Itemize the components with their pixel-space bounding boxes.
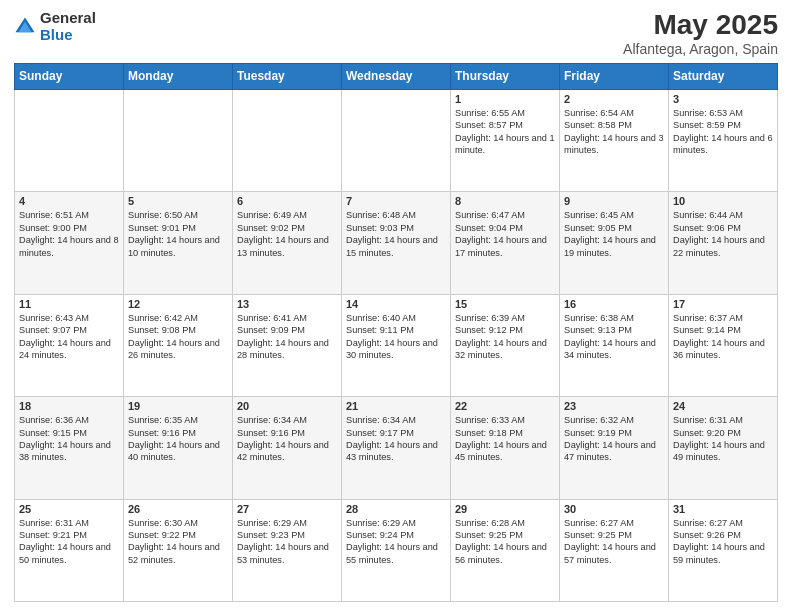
day-num-27: 27 bbox=[237, 503, 337, 515]
col-tuesday: Tuesday bbox=[233, 63, 342, 89]
col-wednesday: Wednesday bbox=[342, 63, 451, 89]
day-num-13: 13 bbox=[237, 298, 337, 310]
day-info-29: Sunrise: 6:28 AM Sunset: 9:25 PM Dayligh… bbox=[455, 517, 555, 567]
day-num-23: 23 bbox=[564, 400, 664, 412]
cell-w4-d5: 22Sunrise: 6:33 AM Sunset: 9:18 PM Dayli… bbox=[451, 397, 560, 499]
day-info-13: Sunrise: 6:41 AM Sunset: 9:09 PM Dayligh… bbox=[237, 312, 337, 362]
cell-w2-d1: 4Sunrise: 6:51 AM Sunset: 9:00 PM Daylig… bbox=[15, 192, 124, 294]
cell-w3-d3: 13Sunrise: 6:41 AM Sunset: 9:09 PM Dayli… bbox=[233, 294, 342, 396]
cell-w5-d4: 28Sunrise: 6:29 AM Sunset: 9:24 PM Dayli… bbox=[342, 499, 451, 601]
week-row-5: 25Sunrise: 6:31 AM Sunset: 9:21 PM Dayli… bbox=[15, 499, 778, 601]
day-num-6: 6 bbox=[237, 195, 337, 207]
day-info-28: Sunrise: 6:29 AM Sunset: 9:24 PM Dayligh… bbox=[346, 517, 446, 567]
day-num-3: 3 bbox=[673, 93, 773, 105]
day-info-24: Sunrise: 6:31 AM Sunset: 9:20 PM Dayligh… bbox=[673, 414, 773, 464]
cell-w2-d6: 9Sunrise: 6:45 AM Sunset: 9:05 PM Daylig… bbox=[560, 192, 669, 294]
logo-blue-label: Blue bbox=[40, 27, 96, 44]
day-info-9: Sunrise: 6:45 AM Sunset: 9:05 PM Dayligh… bbox=[564, 209, 664, 259]
cell-w5-d6: 30Sunrise: 6:27 AM Sunset: 9:25 PM Dayli… bbox=[560, 499, 669, 601]
day-info-19: Sunrise: 6:35 AM Sunset: 9:16 PM Dayligh… bbox=[128, 414, 228, 464]
cell-w1-d4 bbox=[342, 89, 451, 191]
day-info-18: Sunrise: 6:36 AM Sunset: 9:15 PM Dayligh… bbox=[19, 414, 119, 464]
calendar: Sunday Monday Tuesday Wednesday Thursday… bbox=[14, 63, 778, 602]
day-num-25: 25 bbox=[19, 503, 119, 515]
day-num-26: 26 bbox=[128, 503, 228, 515]
cell-w4-d4: 21Sunrise: 6:34 AM Sunset: 9:17 PM Dayli… bbox=[342, 397, 451, 499]
day-info-15: Sunrise: 6:39 AM Sunset: 9:12 PM Dayligh… bbox=[455, 312, 555, 362]
cell-w1-d7: 3Sunrise: 6:53 AM Sunset: 8:59 PM Daylig… bbox=[669, 89, 778, 191]
cell-w5-d2: 26Sunrise: 6:30 AM Sunset: 9:22 PM Dayli… bbox=[124, 499, 233, 601]
day-info-26: Sunrise: 6:30 AM Sunset: 9:22 PM Dayligh… bbox=[128, 517, 228, 567]
logo-text: General Blue bbox=[40, 10, 96, 43]
cell-w2-d7: 10Sunrise: 6:44 AM Sunset: 9:06 PM Dayli… bbox=[669, 192, 778, 294]
cell-w3-d4: 14Sunrise: 6:40 AM Sunset: 9:11 PM Dayli… bbox=[342, 294, 451, 396]
day-num-9: 9 bbox=[564, 195, 664, 207]
cell-w3-d5: 15Sunrise: 6:39 AM Sunset: 9:12 PM Dayli… bbox=[451, 294, 560, 396]
cell-w1-d5: 1Sunrise: 6:55 AM Sunset: 8:57 PM Daylig… bbox=[451, 89, 560, 191]
day-num-12: 12 bbox=[128, 298, 228, 310]
day-info-17: Sunrise: 6:37 AM Sunset: 9:14 PM Dayligh… bbox=[673, 312, 773, 362]
day-info-23: Sunrise: 6:32 AM Sunset: 9:19 PM Dayligh… bbox=[564, 414, 664, 464]
day-info-5: Sunrise: 6:50 AM Sunset: 9:01 PM Dayligh… bbox=[128, 209, 228, 259]
cell-w3-d6: 16Sunrise: 6:38 AM Sunset: 9:13 PM Dayli… bbox=[560, 294, 669, 396]
day-num-29: 29 bbox=[455, 503, 555, 515]
day-info-7: Sunrise: 6:48 AM Sunset: 9:03 PM Dayligh… bbox=[346, 209, 446, 259]
cell-w5-d1: 25Sunrise: 6:31 AM Sunset: 9:21 PM Dayli… bbox=[15, 499, 124, 601]
cell-w4-d7: 24Sunrise: 6:31 AM Sunset: 9:20 PM Dayli… bbox=[669, 397, 778, 499]
cell-w1-d6: 2Sunrise: 6:54 AM Sunset: 8:58 PM Daylig… bbox=[560, 89, 669, 191]
day-info-31: Sunrise: 6:27 AM Sunset: 9:26 PM Dayligh… bbox=[673, 517, 773, 567]
month-title: May 2025 bbox=[623, 10, 778, 41]
cell-w4-d3: 20Sunrise: 6:34 AM Sunset: 9:16 PM Dayli… bbox=[233, 397, 342, 499]
day-num-22: 22 bbox=[455, 400, 555, 412]
day-info-20: Sunrise: 6:34 AM Sunset: 9:16 PM Dayligh… bbox=[237, 414, 337, 464]
week-row-2: 4Sunrise: 6:51 AM Sunset: 9:00 PM Daylig… bbox=[15, 192, 778, 294]
title-block: May 2025 Alfantega, Aragon, Spain bbox=[623, 10, 778, 57]
cell-w1-d3 bbox=[233, 89, 342, 191]
cell-w3-d1: 11Sunrise: 6:43 AM Sunset: 9:07 PM Dayli… bbox=[15, 294, 124, 396]
day-num-21: 21 bbox=[346, 400, 446, 412]
day-info-30: Sunrise: 6:27 AM Sunset: 9:25 PM Dayligh… bbox=[564, 517, 664, 567]
subtitle: Alfantega, Aragon, Spain bbox=[623, 41, 778, 57]
day-num-30: 30 bbox=[564, 503, 664, 515]
calendar-body: 1Sunrise: 6:55 AM Sunset: 8:57 PM Daylig… bbox=[15, 89, 778, 601]
col-thursday: Thursday bbox=[451, 63, 560, 89]
cell-w5-d3: 27Sunrise: 6:29 AM Sunset: 9:23 PM Dayli… bbox=[233, 499, 342, 601]
day-num-4: 4 bbox=[19, 195, 119, 207]
cell-w2-d2: 5Sunrise: 6:50 AM Sunset: 9:01 PM Daylig… bbox=[124, 192, 233, 294]
col-monday: Monday bbox=[124, 63, 233, 89]
day-info-11: Sunrise: 6:43 AM Sunset: 9:07 PM Dayligh… bbox=[19, 312, 119, 362]
logo: General Blue bbox=[14, 10, 96, 43]
day-num-11: 11 bbox=[19, 298, 119, 310]
cell-w1-d2 bbox=[124, 89, 233, 191]
cell-w3-d7: 17Sunrise: 6:37 AM Sunset: 9:14 PM Dayli… bbox=[669, 294, 778, 396]
day-info-8: Sunrise: 6:47 AM Sunset: 9:04 PM Dayligh… bbox=[455, 209, 555, 259]
col-friday: Friday bbox=[560, 63, 669, 89]
day-info-4: Sunrise: 6:51 AM Sunset: 9:00 PM Dayligh… bbox=[19, 209, 119, 259]
day-info-3: Sunrise: 6:53 AM Sunset: 8:59 PM Dayligh… bbox=[673, 107, 773, 157]
day-info-14: Sunrise: 6:40 AM Sunset: 9:11 PM Dayligh… bbox=[346, 312, 446, 362]
day-num-1: 1 bbox=[455, 93, 555, 105]
cell-w4-d6: 23Sunrise: 6:32 AM Sunset: 9:19 PM Dayli… bbox=[560, 397, 669, 499]
day-num-17: 17 bbox=[673, 298, 773, 310]
day-num-20: 20 bbox=[237, 400, 337, 412]
day-num-28: 28 bbox=[346, 503, 446, 515]
days-header-row: Sunday Monday Tuesday Wednesday Thursday… bbox=[15, 63, 778, 89]
week-row-1: 1Sunrise: 6:55 AM Sunset: 8:57 PM Daylig… bbox=[15, 89, 778, 191]
cell-w5-d5: 29Sunrise: 6:28 AM Sunset: 9:25 PM Dayli… bbox=[451, 499, 560, 601]
day-info-21: Sunrise: 6:34 AM Sunset: 9:17 PM Dayligh… bbox=[346, 414, 446, 464]
week-row-3: 11Sunrise: 6:43 AM Sunset: 9:07 PM Dayli… bbox=[15, 294, 778, 396]
day-info-1: Sunrise: 6:55 AM Sunset: 8:57 PM Dayligh… bbox=[455, 107, 555, 157]
cell-w1-d1 bbox=[15, 89, 124, 191]
day-num-10: 10 bbox=[673, 195, 773, 207]
logo-icon bbox=[14, 16, 36, 38]
day-num-15: 15 bbox=[455, 298, 555, 310]
logo-general-label: General bbox=[40, 10, 96, 27]
col-saturday: Saturday bbox=[669, 63, 778, 89]
day-num-24: 24 bbox=[673, 400, 773, 412]
day-num-31: 31 bbox=[673, 503, 773, 515]
cell-w4-d1: 18Sunrise: 6:36 AM Sunset: 9:15 PM Dayli… bbox=[15, 397, 124, 499]
day-info-12: Sunrise: 6:42 AM Sunset: 9:08 PM Dayligh… bbox=[128, 312, 228, 362]
day-info-16: Sunrise: 6:38 AM Sunset: 9:13 PM Dayligh… bbox=[564, 312, 664, 362]
cell-w5-d7: 31Sunrise: 6:27 AM Sunset: 9:26 PM Dayli… bbox=[669, 499, 778, 601]
cell-w2-d3: 6Sunrise: 6:49 AM Sunset: 9:02 PM Daylig… bbox=[233, 192, 342, 294]
